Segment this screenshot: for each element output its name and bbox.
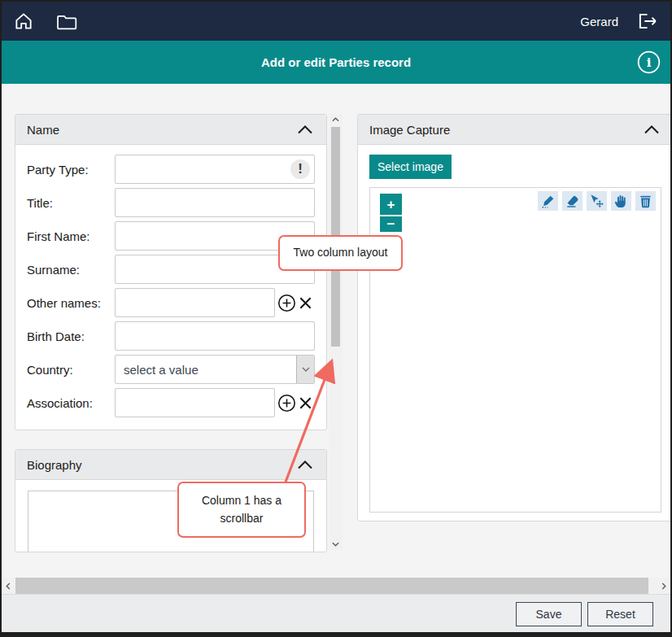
- erase-tool-button[interactable]: [562, 191, 583, 211]
- folder-icon: [55, 11, 79, 31]
- annotation-two-column-callout: Two column layout: [278, 235, 403, 271]
- party-type-wrap: !: [115, 155, 315, 184]
- field-label: Party Type:: [27, 163, 115, 177]
- scroll-up-arrow-icon: [332, 117, 339, 122]
- name-collapse-button[interactable]: [295, 123, 315, 136]
- name-panel-body: Party Type: ! Title: First Name: S: [15, 145, 326, 429]
- add-other-name-button[interactable]: [277, 294, 297, 312]
- clear-other-name-button[interactable]: [297, 295, 314, 311]
- image-toolbar: [538, 191, 656, 211]
- reset-button[interactable]: Reset: [587, 602, 653, 626]
- birth-date-input[interactable]: [115, 321, 315, 351]
- other-names-input[interactable]: [115, 288, 275, 317]
- chevron-up-icon: [644, 124, 660, 134]
- chevron-up-icon: [297, 460, 313, 469]
- country-select[interactable]: select a value: [115, 355, 315, 384]
- pan-tool-button[interactable]: [611, 191, 631, 211]
- add-circle-icon: [277, 294, 296, 312]
- username-label: Gerard: [580, 15, 618, 28]
- birth-date-row: Birth Date:: [27, 321, 315, 351]
- scroll-up-button[interactable]: [329, 114, 343, 125]
- logout-button[interactable]: [635, 11, 659, 32]
- image-capture-collapse-button[interactable]: [642, 123, 661, 136]
- scroll-right-arrow-icon: [661, 582, 666, 590]
- scroll-down-arrow-icon: [332, 542, 339, 547]
- country-select-button[interactable]: [296, 356, 314, 383]
- logout-icon: [635, 11, 659, 32]
- zoom-controls: + −: [380, 194, 402, 232]
- select-image-button[interactable]: Select image: [369, 155, 452, 179]
- country-select-value: select a value: [116, 363, 296, 377]
- folder-button[interactable]: [55, 11, 79, 31]
- page-title: Add or edit Parties record: [261, 55, 411, 69]
- save-button[interactable]: Save: [516, 602, 582, 626]
- horizontal-scrollbar: [2, 578, 670, 594]
- image-capture-title: Image Capture: [369, 123, 450, 137]
- scroll-left-arrow-icon: [6, 582, 11, 590]
- info-icon: i: [637, 50, 661, 74]
- column1-vertical-scrollbar: [329, 114, 343, 550]
- zoom-out-button[interactable]: −: [380, 216, 402, 232]
- field-label: Surname:: [27, 263, 115, 277]
- move-tool-button[interactable]: [587, 191, 607, 211]
- annotation-scrollbar-callout: Column 1 has a scrollbar: [177, 482, 306, 538]
- eraser-icon: [565, 194, 580, 209]
- home-button[interactable]: [13, 11, 34, 32]
- scroll-down-button[interactable]: [329, 539, 343, 550]
- h-scroll-left-button[interactable]: [2, 578, 15, 594]
- horizontal-scrollbar-thumb[interactable]: [15, 578, 648, 594]
- surname-row: Surname:: [27, 255, 315, 284]
- warning-icon: !: [290, 159, 310, 179]
- move-icon: [589, 194, 604, 209]
- x-icon: [298, 295, 313, 311]
- association-input[interactable]: [115, 388, 275, 417]
- title-row: Title:: [27, 188, 315, 217]
- name-panel: Name Party Type: ! Title:: [15, 114, 327, 430]
- title-input[interactable]: [115, 188, 315, 217]
- pencil-icon: [540, 194, 556, 209]
- image-canvas[interactable]: + −: [369, 187, 661, 513]
- x-icon: [298, 395, 313, 411]
- chevron-up-icon: [297, 124, 313, 134]
- biography-panel-title: Biography: [27, 458, 82, 472]
- trash-icon: [638, 194, 653, 209]
- add-circle-icon: [277, 394, 296, 412]
- hand-icon: [613, 194, 629, 209]
- field-label: Association:: [27, 396, 115, 410]
- image-capture-body: Select image + −: [358, 145, 672, 524]
- country-row: Country: select a value: [27, 355, 315, 384]
- top-navbar: Gerard: [2, 2, 670, 41]
- biography-panel-header: Biography: [15, 450, 326, 480]
- association-row: Association:: [27, 388, 315, 417]
- field-label: Other names:: [27, 296, 115, 310]
- party-type-row: Party Type: !: [27, 155, 315, 184]
- draw-tool-button[interactable]: [538, 191, 558, 211]
- delete-tool-button[interactable]: [635, 191, 656, 211]
- name-panel-title: Name: [27, 123, 59, 137]
- field-label: Country:: [27, 363, 115, 377]
- image-capture-panel: Image Capture Select image + −: [357, 114, 672, 521]
- footer-bar: Save Reset: [2, 594, 670, 632]
- other-names-row: Other names:: [27, 288, 315, 317]
- name-panel-header: Name: [15, 115, 326, 145]
- image-capture-header: Image Capture: [358, 115, 672, 145]
- svg-text:i: i: [647, 55, 652, 70]
- party-type-input[interactable]: [115, 155, 315, 184]
- zoom-in-button[interactable]: +: [380, 194, 402, 215]
- page-banner: Add or edit Parties record i: [2, 41, 670, 84]
- field-label: First Name:: [27, 229, 115, 243]
- h-scroll-right-button[interactable]: [657, 578, 670, 594]
- add-association-button[interactable]: [277, 394, 297, 412]
- field-label: Birth Date:: [27, 329, 115, 343]
- app-window: Gerard Add or edit Parties record i Name: [0, 0, 672, 637]
- biography-collapse-button[interactable]: [295, 458, 315, 471]
- info-button[interactable]: i: [637, 50, 661, 74]
- home-icon: [13, 11, 34, 32]
- chevron-down-icon: [302, 367, 310, 373]
- first-name-row: First Name:: [27, 221, 315, 251]
- clear-association-button[interactable]: [297, 395, 314, 411]
- field-label: Title:: [27, 196, 115, 210]
